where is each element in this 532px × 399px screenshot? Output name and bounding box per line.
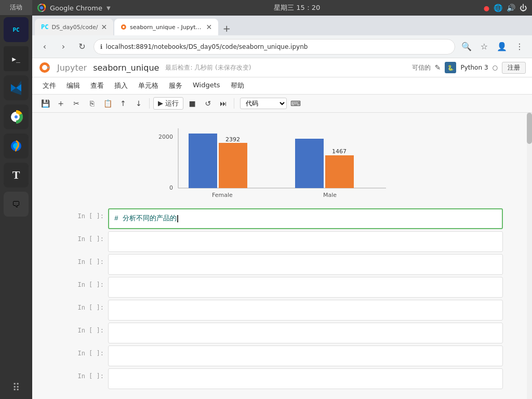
tab-jupyter-close[interactable]: ✕ bbox=[206, 23, 212, 31]
menu-edit[interactable]: 编辑 bbox=[62, 79, 84, 92]
code-cell-3[interactable] bbox=[108, 254, 503, 275]
code-cell-1[interactable]: # 分析不同的产品的 bbox=[108, 208, 503, 229]
menu-bar: 文件 编辑 查看 插入 单元格 服务 Widgets 帮助 bbox=[32, 77, 532, 95]
secure-icon: ℹ bbox=[100, 43, 103, 50]
restart-button[interactable]: ↺ bbox=[201, 97, 215, 110]
new-tab-button[interactable]: + bbox=[219, 21, 234, 35]
app-icon[interactable]: 🗨 bbox=[4, 192, 29, 217]
network-icon[interactable]: 🌐 bbox=[494, 4, 502, 12]
tab-pycharm-close[interactable]: ✕ bbox=[101, 23, 108, 31]
scrollbar-thumb[interactable] bbox=[527, 113, 532, 144]
cut-button[interactable]: ✂ bbox=[70, 97, 83, 110]
code-cell-2-content[interactable] bbox=[109, 232, 502, 250]
menu-cell[interactable]: 单元格 bbox=[134, 79, 163, 92]
cell-type-select[interactable]: 代码 Markdown Raw bbox=[240, 98, 287, 109]
svg-text:0: 0 bbox=[169, 184, 173, 191]
tab-jupyter[interactable]: seaborn_unique - Jupyte... ✕ bbox=[114, 19, 218, 35]
run-button[interactable]: ▶ 运行 bbox=[153, 97, 183, 110]
browser: PC DS_day05/code/ ✕ seaborn_unique - Jup… bbox=[32, 16, 532, 399]
volume-icon[interactable]: 🔊 bbox=[507, 4, 515, 12]
register-button[interactable]: 注册 bbox=[502, 62, 526, 74]
menu-widgets[interactable]: Widgets bbox=[189, 79, 224, 92]
apps-grid-icon[interactable]: ⠿ bbox=[12, 381, 20, 394]
move-down-button[interactable]: ↓ bbox=[132, 97, 145, 110]
browser-nav: ‹ › ↻ ℹ localhost:8891/notebooks/DS_day0… bbox=[32, 35, 532, 58]
cell-3-wrapper: In [ ]: bbox=[61, 254, 503, 275]
sidebar-bottom: ⠿ bbox=[12, 381, 20, 394]
code-cell-6[interactable] bbox=[108, 323, 503, 343]
vscode-icon[interactable] bbox=[4, 75, 29, 100]
cell-1-label: In [ ]: bbox=[61, 208, 108, 220]
address-bar[interactable]: ℹ localhost:8891/notebooks/DS_day05/code… bbox=[94, 39, 455, 55]
svg-text:Female: Female bbox=[212, 192, 233, 198]
paste-button[interactable]: 📋 bbox=[101, 97, 114, 110]
profile-icon[interactable]: 👤 bbox=[495, 39, 509, 54]
copy-button[interactable]: ⎘ bbox=[85, 97, 99, 110]
main-area: Google Chrome ▼ 星期三 15：20 ● 🌐 🔊 ⏻ PC DS_… bbox=[32, 0, 532, 399]
code-cell-8[interactable] bbox=[108, 368, 503, 389]
menu-icon[interactable]: ⋮ bbox=[512, 39, 527, 54]
chart-output: 2000 0 2392 Female bbox=[87, 118, 477, 206]
bar-chart: 2000 0 2392 Female bbox=[147, 123, 407, 201]
power-icon[interactable]: ⏻ bbox=[520, 4, 527, 12]
svg-point-12 bbox=[44, 70, 46, 72]
code-cell-4-content[interactable] bbox=[109, 277, 502, 296]
save-button[interactable]: 💾 bbox=[38, 97, 52, 110]
add-cell-button[interactable]: + bbox=[54, 97, 68, 110]
sidebar: 活动 PC ▶_ T 🗨 ⠿ bbox=[0, 0, 32, 399]
refresh-button[interactable]: ↻ bbox=[75, 39, 89, 54]
topbar: Google Chrome ▼ 星期三 15：20 ● 🌐 🔊 ⏻ bbox=[32, 0, 532, 16]
move-up-button[interactable]: ↑ bbox=[116, 97, 130, 110]
menu-file[interactable]: 文件 bbox=[38, 79, 60, 92]
menu-help[interactable]: 帮助 bbox=[227, 79, 248, 92]
kernel-status-icon: ○ bbox=[493, 64, 498, 71]
code-cell-3-content[interactable] bbox=[109, 255, 502, 273]
topbar-datetime: 星期三 15：20 bbox=[274, 3, 320, 12]
typora-icon[interactable]: T bbox=[4, 163, 29, 188]
chrome-icon[interactable] bbox=[4, 104, 29, 129]
jupyter-status-text: 最后检查: 几秒前 (未保存改变) bbox=[165, 63, 251, 72]
code-cell-5-content[interactable] bbox=[109, 300, 502, 319]
cell-7-wrapper: In [ ]: bbox=[61, 345, 503, 366]
code-cell-1-content[interactable]: # 分析不同的产品的 bbox=[109, 209, 502, 228]
jupyter-notebook-title[interactable]: seaborn_unique bbox=[93, 63, 159, 73]
code-cell-8-content[interactable] bbox=[109, 369, 502, 388]
app-name: Google Chrome bbox=[50, 4, 102, 12]
svg-rect-22 bbox=[295, 139, 324, 188]
code-cell-7-content[interactable] bbox=[109, 346, 502, 365]
pycharm-icon[interactable]: PC bbox=[4, 17, 29, 42]
code-cell-7[interactable] bbox=[108, 345, 503, 366]
terminal-icon[interactable]: ▶_ bbox=[4, 46, 29, 71]
menu-view[interactable]: 查看 bbox=[86, 79, 108, 92]
interrupt-button[interactable]: ■ bbox=[185, 97, 199, 110]
menu-insert[interactable]: 插入 bbox=[110, 79, 132, 92]
code-cell-6-content[interactable] bbox=[109, 323, 502, 342]
svg-point-8 bbox=[123, 26, 125, 28]
search-icon[interactable]: 🔍 bbox=[459, 39, 474, 54]
back-button[interactable]: ‹ bbox=[37, 39, 52, 54]
code-cell-4[interactable] bbox=[108, 277, 503, 298]
restart-run-button[interactable]: ⏭ bbox=[217, 97, 230, 110]
code-cell-2[interactable] bbox=[108, 231, 503, 252]
dropdown-icon[interactable]: ▼ bbox=[107, 5, 111, 11]
topbar-left: Google Chrome ▼ bbox=[37, 4, 111, 12]
cell-7-label: In [ ]: bbox=[61, 345, 108, 357]
svg-point-6 bbox=[40, 6, 43, 9]
keyboard-shortcuts-button[interactable]: ⌨ bbox=[289, 97, 302, 110]
forward-button[interactable]: › bbox=[56, 39, 71, 54]
notebook-area[interactable]: 2000 0 2392 Female bbox=[32, 113, 532, 399]
record-icon: ● bbox=[484, 4, 489, 12]
svg-point-10 bbox=[42, 65, 47, 70]
svg-text:2392: 2392 bbox=[225, 136, 240, 143]
tab-pycharm[interactable]: PC DS_day05/code/ ✕ bbox=[35, 19, 113, 35]
cell-5-wrapper: In [ ]: bbox=[61, 300, 503, 321]
svg-text:gender_group: gender_group bbox=[257, 200, 297, 201]
menu-kernel[interactable]: 服务 bbox=[165, 79, 187, 92]
edit-trusted-icon[interactable]: ✎ bbox=[435, 63, 441, 72]
svg-point-11 bbox=[44, 63, 46, 65]
bookmark-icon[interactable]: ☆ bbox=[477, 39, 491, 54]
code-cell-5[interactable] bbox=[108, 300, 503, 321]
svg-rect-19 bbox=[219, 143, 247, 188]
firefox-icon[interactable] bbox=[4, 134, 29, 158]
chrome-topbar-icon bbox=[37, 4, 46, 12]
